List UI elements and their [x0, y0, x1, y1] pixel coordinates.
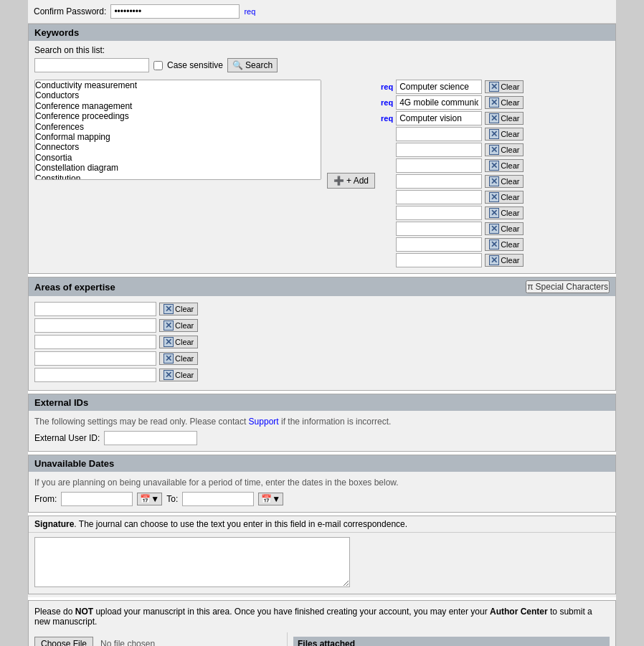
choose-file-button[interactable]: Choose File	[34, 637, 93, 646]
unavailable-header: Unavailable Dates	[29, 455, 615, 472]
upload-section: Please do NOT upload your manuscript in …	[28, 600, 616, 646]
keyword-option-4[interactable]: Conferences	[35, 122, 321, 132]
keyword-input-0[interactable]	[396, 80, 482, 94]
case-sensitive-label: Case sensitive	[167, 60, 223, 70]
from-date-input[interactable]	[61, 492, 133, 506]
keyword-input-5[interactable]	[396, 158, 482, 173]
keyword-list[interactable]: Conductivity measurement Conductors Conf…	[34, 80, 321, 180]
clear-keyword-button-10[interactable]: ✕ Clear	[485, 238, 524, 251]
req-link[interactable]: req	[244, 7, 255, 16]
signature-header: Signature. The journal can choose to use…	[29, 516, 615, 533]
search-button[interactable]: 🔍 Search	[227, 58, 278, 72]
areas-title: Areas of expertise	[34, 282, 115, 293]
external-ids-title: External IDs	[34, 397, 88, 408]
area-input-1[interactable]	[34, 318, 156, 333]
keyword-input-6[interactable]	[396, 174, 482, 189]
clear-area-button-4[interactable]: ✕ Clear	[159, 369, 198, 381]
keywords-title: Keywords	[34, 27, 79, 38]
clear-keyword-button-1[interactable]: ✕ Clear	[485, 96, 524, 109]
clear-keyword-button-0[interactable]: ✕ Clear	[485, 80, 524, 93]
from-calendar-button[interactable]: 📅▼	[137, 493, 162, 505]
keyword-input-7[interactable]	[396, 190, 482, 204]
keyword-input-1[interactable]	[396, 95, 482, 110]
from-label: From:	[34, 494, 57, 504]
areas-section: Areas of expertise π Special Characters …	[28, 277, 616, 391]
keyword-input-4[interactable]	[396, 143, 482, 157]
search-input[interactable]	[34, 58, 149, 72]
keyword-input-2[interactable]	[396, 111, 482, 125]
clear-x-icon-11: ✕	[489, 255, 499, 265]
keyword-option-7[interactable]: Consortia	[35, 153, 321, 163]
keyword-input-10[interactable]	[396, 237, 482, 252]
clear-keyword-button-7[interactable]: ✕ Clear	[485, 191, 524, 204]
external-ids-header: External IDs	[29, 394, 615, 411]
keyword-input-8[interactable]	[396, 206, 482, 220]
clear-keyword-button-8[interactable]: ✕ Clear	[485, 206, 524, 219]
clear-area-button-2[interactable]: ✕ Clear	[159, 336, 198, 348]
clear-area-x-icon-3: ✕	[164, 353, 174, 364]
keyword-req-2: req	[381, 114, 393, 123]
keyword-option-1[interactable]: Conductors	[35, 90, 321, 100]
signature-textarea[interactable]	[34, 537, 350, 587]
to-date-input[interactable]	[182, 492, 254, 506]
keyword-option-2[interactable]: Conference management	[35, 101, 321, 111]
clear-keyword-button-5[interactable]: ✕ Clear	[485, 159, 524, 172]
support-link[interactable]: Support	[249, 417, 279, 427]
search-icon: 🔍	[232, 60, 243, 70]
to-calendar-button[interactable]: 📅▼	[258, 493, 283, 505]
add-keyword-button[interactable]: ➕ + Add	[327, 173, 375, 189]
clear-keyword-button-4[interactable]: ✕ Clear	[485, 143, 524, 156]
no-file-text: No file chosen	[100, 639, 155, 646]
clear-x-icon-1: ✕	[489, 98, 499, 108]
keyword-req-1: req	[381, 98, 393, 107]
keyword-right-row-4: req ✕ Clear	[381, 143, 524, 157]
pi-icon: π	[527, 282, 533, 292]
confirm-password-label: Confirm Password:	[34, 6, 106, 16]
keyword-input-3[interactable]	[396, 127, 482, 141]
calendar-icon-to: 📅	[261, 494, 272, 504]
case-sensitive-checkbox[interactable]	[153, 61, 163, 70]
to-label: To:	[166, 494, 178, 504]
right-keywords: req ✕ Clear req ✕ Clear	[381, 80, 524, 267]
clear-keyword-button-2[interactable]: ✕ Clear	[485, 112, 524, 125]
clear-x-icon-0: ✕	[489, 82, 499, 92]
keyword-right-row-6: req ✕ Clear	[381, 174, 524, 189]
keyword-req-0: req	[381, 82, 393, 91]
clear-x-icon-9: ✕	[489, 224, 499, 234]
clear-keyword-button-6[interactable]: ✕ Clear	[485, 175, 524, 188]
keywords-section: Keywords Search on this list: Case sensi…	[28, 24, 616, 274]
area-input-0[interactable]	[34, 302, 156, 316]
keyword-right-row-11: req ✕ Clear	[381, 253, 524, 267]
clear-keyword-button-11[interactable]: ✕ Clear	[485, 254, 524, 267]
keyword-input-9[interactable]	[396, 222, 482, 236]
keyword-right-row-9: req ✕ Clear	[381, 222, 524, 236]
area-input-4[interactable]	[34, 368, 156, 382]
confirm-password-input[interactable]	[110, 4, 240, 19]
keyword-option-0[interactable]: Conductivity measurement	[35, 80, 321, 90]
clear-x-icon-4: ✕	[489, 145, 499, 155]
area-input-2[interactable]	[34, 335, 156, 349]
calendar-icon-from: 📅	[140, 494, 151, 504]
keyword-input-11[interactable]	[396, 253, 482, 267]
keyword-option-5[interactable]: Conformal mapping	[35, 132, 321, 142]
area-row-2: ✕ Clear	[34, 335, 610, 349]
clear-keyword-button-9[interactable]: ✕ Clear	[485, 222, 524, 235]
external-user-id-input[interactable]	[104, 431, 197, 445]
clear-area-x-icon-2: ✕	[164, 337, 174, 347]
clear-area-button-1[interactable]: ✕ Clear	[159, 319, 198, 332]
area-input-3[interactable]	[34, 351, 156, 366]
keyword-option-8[interactable]: Constellation diagram	[35, 163, 321, 173]
external-ids-info: The following settings may be read only.…	[34, 417, 610, 427]
search-on-list: Search on this list: Case sensitive 🔍 Se…	[29, 41, 615, 77]
keyword-option-3[interactable]: Conference proceedings	[35, 111, 321, 121]
keyword-right-row-2: req ✕ Clear	[381, 111, 524, 125]
keyword-option-9[interactable]: Constitution	[35, 174, 321, 180]
keyword-right-row-0: req ✕ Clear	[381, 80, 524, 94]
upload-notice: Please do NOT upload your manuscript in …	[29, 601, 615, 632]
clear-keyword-button-3[interactable]: ✕ Clear	[485, 128, 524, 141]
special-chars-button[interactable]: π Special Characters	[526, 280, 610, 293]
clear-x-icon-8: ✕	[489, 208, 499, 218]
keyword-option-6[interactable]: Connectors	[35, 142, 321, 152]
clear-area-button-3[interactable]: ✕ Clear	[159, 352, 198, 365]
clear-area-button-0[interactable]: ✕ Clear	[159, 303, 198, 315]
